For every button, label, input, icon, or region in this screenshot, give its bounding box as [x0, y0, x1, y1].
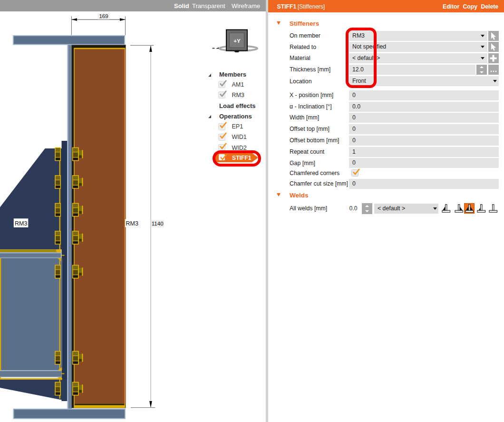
- svg-text:RM3: RM3: [126, 220, 138, 227]
- svg-text:1140: 1140: [152, 221, 164, 226]
- svg-text:+Y: +Y: [233, 38, 241, 44]
- svg-text:169: 169: [99, 13, 108, 19]
- svg-text:RM3: RM3: [15, 220, 27, 227]
